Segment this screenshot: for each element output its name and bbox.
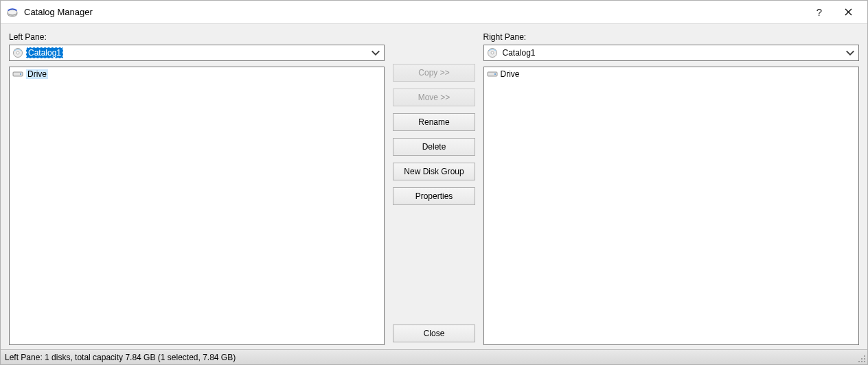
titlebar: Catalog Manager ? (1, 1, 867, 24)
dialog-body: Left Pane: Catalog1 (1, 24, 867, 349)
svg-rect-9 (494, 73, 496, 75)
status-bar: Left Pane: 1 disks, total capacity 7.84 … (1, 349, 867, 364)
svg-point-3 (16, 51, 19, 54)
svg-rect-5 (20, 73, 21, 75)
app-icon (6, 6, 19, 19)
svg-point-15 (864, 361, 865, 362)
right-catalog-combo[interactable]: Catalog1 (483, 45, 859, 61)
right-pane-label: Right Pane: (483, 32, 859, 42)
drive-icon (12, 70, 23, 78)
svg-point-14 (861, 361, 863, 362)
svg-point-7 (491, 51, 494, 54)
list-item[interactable]: Drive (10, 67, 384, 81)
left-pane: Left Pane: Catalog1 (9, 32, 385, 345)
right-item-list[interactable]: Drive (483, 67, 859, 345)
copy-button[interactable]: Copy >> (393, 64, 475, 82)
drive-icon (487, 70, 498, 78)
right-catalog-selected: Catalog1 (501, 47, 845, 58)
svg-point-10 (864, 355, 865, 357)
help-button[interactable]: ? (806, 2, 833, 23)
resize-grip-icon[interactable] (856, 353, 866, 363)
svg-point-12 (864, 358, 865, 360)
delete-button[interactable]: Delete (393, 138, 475, 156)
left-catalog-combo[interactable]: Catalog1 (9, 45, 385, 61)
close-window-button[interactable] (833, 2, 863, 23)
left-pane-label: Left Pane: (9, 32, 385, 42)
chevron-down-icon (845, 47, 856, 58)
status-text: Left Pane: 1 disks, total capacity 7.84 … (5, 353, 236, 362)
list-item-label: Drive (26, 69, 48, 79)
properties-button[interactable]: Properties (393, 187, 475, 205)
svg-point-13 (858, 361, 860, 362)
window-title: Catalog Manager (24, 7, 806, 17)
action-button-column: Copy >> Move >> Rename Delete New Disk G… (393, 32, 475, 345)
list-item-label: Drive (501, 69, 520, 79)
move-button[interactable]: Move >> (393, 89, 475, 106)
left-catalog-selected: Catalog1 (26, 47, 63, 58)
close-button[interactable]: Close (393, 325, 475, 342)
new-disk-group-button[interactable]: New Disk Group (393, 163, 475, 180)
disc-icon (12, 47, 23, 58)
disc-icon (487, 47, 498, 58)
right-pane: Right Pane: Catalog1 (483, 32, 859, 345)
svg-point-11 (861, 358, 863, 360)
chevron-down-icon (370, 47, 381, 58)
rename-button[interactable]: Rename (393, 113, 475, 131)
list-item[interactable]: Drive (484, 67, 858, 81)
catalog-manager-window: Catalog Manager ? Left Pane: Catalog1 (0, 0, 868, 365)
left-item-list[interactable]: Drive (9, 67, 385, 345)
